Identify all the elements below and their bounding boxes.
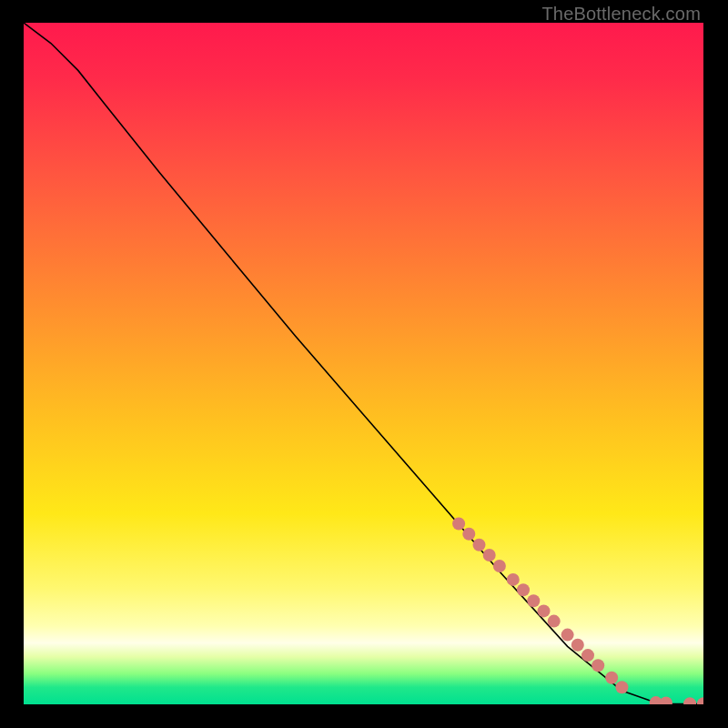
watermark-text: TheBottleneck.com: [541, 4, 701, 25]
gradient-plot-area: [24, 23, 703, 704]
